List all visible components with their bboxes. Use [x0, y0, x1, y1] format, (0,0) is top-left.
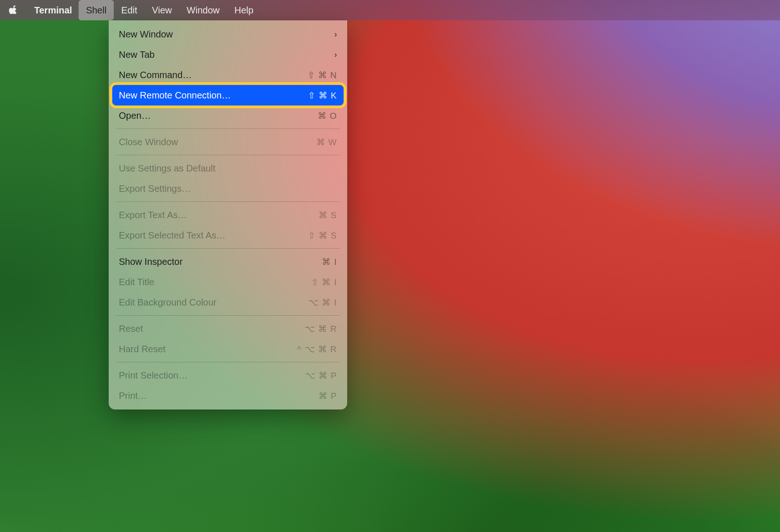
- chevron-right-icon: ›: [334, 50, 337, 60]
- menu-item-shortcut: ⌥ ⌘ I: [308, 297, 337, 308]
- menu-item-label: Export Text As…: [119, 210, 187, 220]
- menu-item-label: Edit Background Colour: [119, 297, 216, 308]
- apple-menu-icon[interactable]: [8, 5, 19, 16]
- menu-item-shortcut: ⌘ O: [318, 110, 337, 121]
- menu-item-use-settings-as-default: Use Settings as Default: [112, 158, 344, 178]
- menu-separator: [116, 248, 340, 249]
- menu-item-new-window[interactable]: New Window›: [112, 24, 344, 44]
- menu-item-label: Show Inspector: [119, 257, 183, 267]
- menu-item-shortcut: ⌥ ⌘ R: [305, 324, 337, 334]
- menu-item-shortcut: ⇧ ⌘ N: [307, 70, 337, 80]
- menu-item-edit-background-colour: Edit Background Colour⌥ ⌘ I: [112, 292, 344, 312]
- menu-item-export-settings: Export Settings…: [112, 178, 344, 199]
- menu-separator: [116, 315, 340, 316]
- menu-item-hard-reset: Hard Reset^ ⌥ ⌘ R: [112, 339, 344, 359]
- menu-item-label: Print Selection…: [119, 370, 188, 381]
- menu-item-open[interactable]: Open…⌘ O: [112, 105, 344, 126]
- menu-item-shortcut: ⌘ W: [316, 137, 337, 147]
- menu-item-new-tab[interactable]: New Tab›: [112, 44, 344, 65]
- chevron-right-icon: ›: [334, 30, 337, 39]
- menu-item-shortcut: ⌥ ⌘ P: [305, 370, 337, 381]
- shell-menu-dropdown: New Window›New Tab›New Command…⇧ ⌘ NNew …: [109, 20, 347, 410]
- menu-separator: [116, 202, 340, 202]
- menubar-item-window[interactable]: Window: [179, 0, 227, 20]
- menu-item-show-inspector[interactable]: Show Inspector⌘ I: [112, 251, 344, 272]
- menu-item-edit-title: Edit Title⇧ ⌘ I: [112, 272, 344, 292]
- menu-item-label: Export Settings…: [119, 183, 191, 194]
- menu-item-print-selection: Print Selection…⌥ ⌘ P: [112, 365, 344, 385]
- menu-item-label: Reset: [119, 324, 143, 334]
- menubar-item-view[interactable]: View: [145, 0, 179, 20]
- menu-item-label: Edit Title: [119, 277, 154, 287]
- menu-item-shortcut: ⇧ ⌘ K: [308, 90, 337, 101]
- menubar-app-name[interactable]: Terminal: [28, 0, 79, 20]
- menu-separator: [116, 362, 340, 362]
- menubar-item-help[interactable]: Help: [227, 0, 261, 20]
- menu-item-label: Export Selected Text As…: [119, 230, 226, 241]
- menu-item-label: Close Window: [119, 137, 178, 147]
- menu-item-close-window: Close Window⌘ W: [112, 132, 344, 152]
- menu-item-shortcut: ⌘ I: [322, 257, 337, 267]
- menu-item-shortcut: ⇧ ⌘ I: [311, 277, 337, 287]
- menubar: Terminal ShellEditViewWindowHelp: [0, 0, 780, 20]
- menu-item-label: Use Settings as Default: [119, 163, 215, 174]
- menubar-item-shell[interactable]: Shell: [79, 0, 114, 20]
- menu-item-reset: Reset⌥ ⌘ R: [112, 318, 344, 339]
- menu-item-new-command[interactable]: New Command…⇧ ⌘ N: [112, 65, 344, 85]
- menu-item-label: Hard Reset: [119, 344, 166, 355]
- menu-item-label: Open…: [119, 110, 151, 121]
- menu-item-shortcut: ⌘ S: [319, 210, 337, 220]
- menu-item-label: New Tab: [119, 49, 154, 60]
- menubar-item-edit[interactable]: Edit: [114, 0, 144, 20]
- menu-item-print: Print…⌘ P: [112, 385, 344, 406]
- menu-item-label: New Remote Connection…: [119, 90, 231, 101]
- menu-item-label: New Command…: [119, 70, 192, 80]
- menu-separator: [116, 128, 340, 129]
- menu-item-shortcut: ⇧ ⌘ S: [308, 230, 337, 241]
- menu-item-shortcut: ⌘ P: [319, 391, 337, 401]
- menu-item-label: Print…: [119, 391, 147, 401]
- menu-separator: [116, 155, 340, 155]
- menu-item-label: New Window: [119, 29, 173, 40]
- menu-item-new-remote-connection[interactable]: New Remote Connection…⇧ ⌘ K: [112, 85, 344, 105]
- menu-item-export-selected-text-as: Export Selected Text As…⇧ ⌘ S: [112, 225, 344, 245]
- menu-item-shortcut: ^ ⌥ ⌘ R: [297, 344, 337, 355]
- menu-item-export-text-as: Export Text As…⌘ S: [112, 205, 344, 225]
